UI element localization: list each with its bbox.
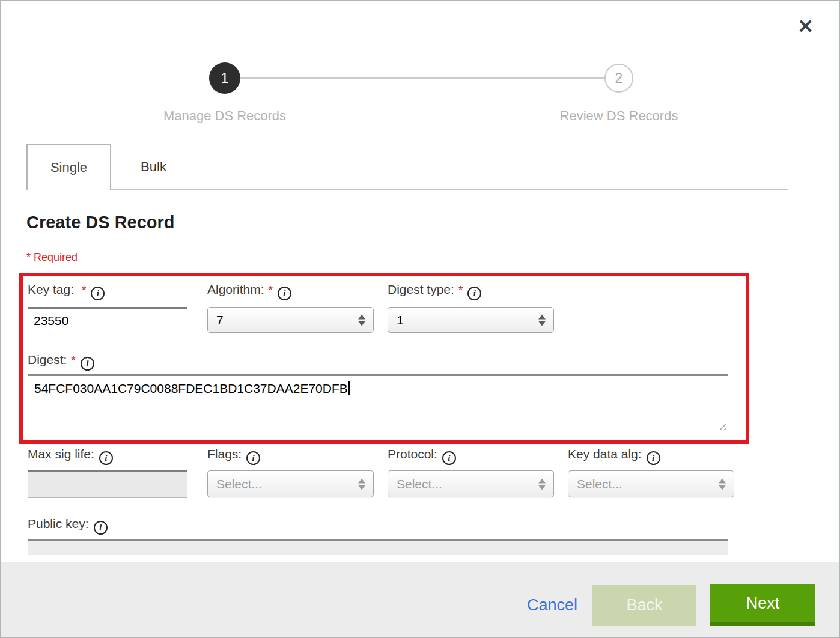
key-tag-label: Key tag: *i (28, 282, 105, 300)
select-arrows-icon (719, 478, 726, 490)
info-icon[interactable]: i (467, 287, 481, 300)
info-icon[interactable]: i (647, 451, 660, 465)
flags-select[interactable]: Select... (207, 470, 374, 497)
algorithm-selected-value: 7 (216, 313, 224, 327)
public-key-label: Public key:i (28, 517, 108, 535)
select-arrows-icon (358, 478, 365, 490)
next-button[interactable]: Next (710, 584, 815, 626)
close-icon[interactable]: ✕ (797, 17, 814, 36)
digest-type-select[interactable]: 1 (388, 307, 554, 333)
digest-label: Digest:*i (28, 353, 94, 371)
info-icon[interactable]: i (99, 451, 113, 465)
protocol-label: Protocol:i (388, 447, 456, 465)
step-2-number: 2 (615, 70, 623, 87)
text-caret (348, 381, 350, 395)
cancel-button[interactable]: Cancel (527, 596, 577, 615)
algorithm-select[interactable]: 7 (207, 307, 374, 333)
back-button[interactable]: Back (592, 585, 696, 626)
info-icon[interactable]: i (81, 357, 94, 371)
tab-single[interactable]: Single (26, 144, 111, 190)
step-1-circle: 1 (209, 62, 240, 94)
protocol-select[interactable]: Select... (388, 470, 554, 497)
required-asterisk: * (458, 284, 463, 296)
stepper-connector-line (233, 77, 613, 79)
digest-type-selected-value: 1 (397, 313, 404, 327)
max-sig-life-label: Max sig life:i (28, 447, 113, 465)
algorithm-label: Algorithm:*i (207, 282, 291, 300)
step-1-label: Manage DS Records (99, 108, 351, 124)
key-data-alg-select[interactable]: Select... (568, 470, 734, 497)
tab-bulk-label: Bulk (141, 159, 166, 175)
required-asterisk: * (269, 284, 273, 296)
info-icon[interactable]: i (91, 287, 105, 300)
tab-bulk[interactable]: Bulk (111, 144, 196, 190)
step-2-label: Review DS Records (493, 108, 745, 124)
key-data-alg-selected-value: Select... (577, 477, 622, 491)
select-arrows-icon (358, 314, 365, 326)
digest-value: 54FCF030AA1C79C0088FDEC1BD1C37DAA2E70DFB (34, 381, 348, 395)
key-data-alg-label: Key data alg:i (568, 447, 660, 465)
flags-label: Flags:i (207, 447, 260, 465)
required-asterisk: * (82, 284, 86, 296)
select-arrows-icon (538, 314, 546, 326)
required-asterisk: * (71, 354, 75, 366)
select-arrows-icon (538, 478, 546, 490)
digest-type-label: Digest type:*i (388, 282, 481, 300)
public-key-textarea[interactable] (28, 539, 728, 555)
tab-single-label: Single (50, 160, 87, 175)
step-2-circle: 2 (604, 64, 633, 93)
step-1-number: 1 (221, 70, 229, 87)
flags-selected-value: Select... (216, 477, 262, 491)
protocol-selected-value: Select... (397, 477, 442, 491)
required-note: * Required (26, 251, 78, 264)
info-icon[interactable]: i (94, 521, 108, 535)
digest-textarea[interactable]: 54FCF030AA1C79C0088FDEC1BD1C37DAA2E70DFB (28, 374, 728, 431)
create-ds-record-dialog: ✕ 1 2 Manage DS Records Review DS Record… (0, 0, 840, 638)
tabs-underline (111, 189, 788, 190)
resize-handle-icon[interactable] (717, 421, 726, 430)
info-icon[interactable]: i (442, 451, 456, 465)
info-icon[interactable]: i (278, 287, 291, 300)
page-title: Create DS Record (26, 213, 175, 232)
info-icon[interactable]: i (246, 451, 260, 465)
key-tag-input[interactable] (28, 307, 187, 333)
max-sig-life-input[interactable] (28, 470, 187, 498)
